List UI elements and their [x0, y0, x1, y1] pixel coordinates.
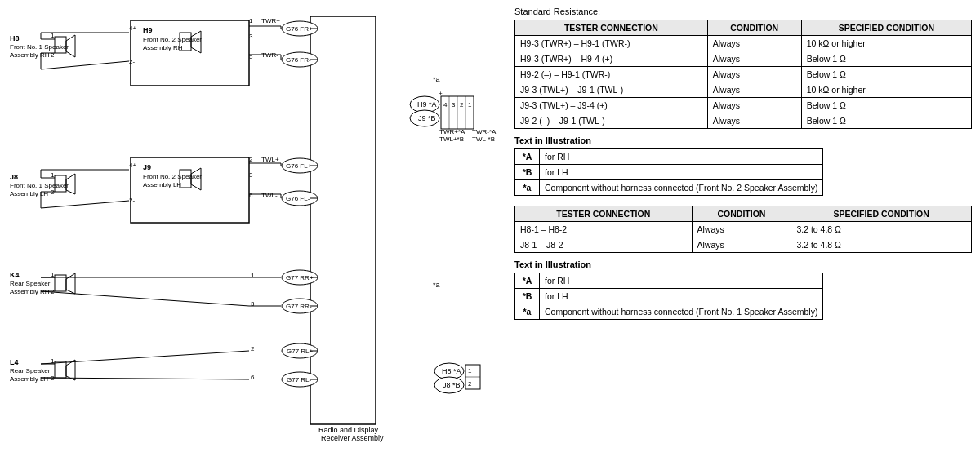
- svg-text:2: 2: [468, 380, 472, 388]
- svg-text:Front No. 1 Speaker: Front No. 1 Speaker: [10, 43, 69, 51]
- svg-text:1: 1: [249, 17, 253, 24]
- svg-text:4+: 4+: [129, 24, 136, 32]
- svg-text:H8: H8: [10, 34, 20, 42]
- svg-text:*a: *a: [433, 281, 440, 289]
- svg-text:Assembly LH: Assembly LH: [10, 375, 48, 383]
- svg-text:TWL+*B: TWL+*B: [439, 135, 464, 143]
- svg-text:1: 1: [468, 367, 472, 374]
- wiring-diagram-panel: Radio and Display Receiver Assembly H9 *…: [0, 0, 506, 452]
- svg-text:G76 FL+: G76 FL+: [286, 162, 312, 170]
- table-row: H9-2 (–) – H9-1 (TWR-)AlwaysBelow 1 Ω: [515, 67, 972, 82]
- legend-row: *Afor RH: [515, 149, 823, 165]
- diagram-area: Radio and Display Receiver Assembly H9 *…: [8, 8, 498, 444]
- svg-line-132: [41, 351, 249, 364]
- svg-text:2: 2: [249, 156, 253, 163]
- table-row: J8-1 – J8-2Always3.2 to 4.8 Ω: [515, 237, 972, 253]
- svg-text:2-: 2-: [129, 58, 135, 65]
- svg-text:6: 6: [249, 192, 253, 199]
- svg-text:TWL-*B: TWL-*B: [472, 135, 495, 143]
- table2-header-specified: SPECIFIED CONDITION: [791, 206, 972, 222]
- svg-text:Front No. 2 Speaker: Front No. 2 Speaker: [143, 36, 202, 43]
- svg-text:Assembly LH: Assembly LH: [10, 190, 48, 197]
- table2-header-condition: CONDITION: [692, 206, 791, 222]
- svg-text:Assembly RH: Assembly RH: [143, 44, 183, 51]
- svg-text:G76 FR+: G76 FR+: [286, 25, 313, 33]
- legend-row: *aComponent without harness connected (F…: [515, 180, 823, 196]
- text-in-illustration-2: Text in Illustration: [514, 259, 972, 269]
- legend-row: *Bfor LH: [515, 165, 823, 180]
- table2-header-connection: TESTER CONNECTION: [515, 206, 693, 222]
- svg-text:2: 2: [51, 51, 55, 59]
- table1-header-condition: CONDITION: [707, 20, 801, 36]
- svg-line-56: [41, 61, 129, 69]
- svg-text:Front No. 1 Speaker: Front No. 1 Speaker: [10, 182, 69, 189]
- svg-text:Receiver Assembly: Receiver Assembly: [321, 434, 384, 442]
- svg-text:J8: J8: [10, 173, 18, 181]
- table-row: J9-3 (TWL+) – J9-4 (+)AlwaysBelow 1 Ω: [515, 98, 972, 113]
- svg-text:6: 6: [251, 374, 255, 381]
- svg-text:2: 2: [460, 101, 464, 109]
- table-row: J9-2 (–) – J9-1 (TWL-)AlwaysBelow 1 Ω: [515, 113, 972, 129]
- svg-rect-0: [310, 16, 376, 424]
- svg-marker-128: [66, 360, 75, 380]
- svg-line-103: [41, 291, 249, 306]
- svg-text:G77 RR+: G77 RR+: [286, 274, 314, 281]
- table1-header-connection: TESTER CONNECTION: [515, 20, 708, 36]
- svg-text:H8 *A: H8 *A: [442, 367, 461, 375]
- svg-text:TWL+: TWL+: [261, 156, 279, 163]
- svg-text:Assembly RH: Assembly RH: [10, 51, 50, 59]
- svg-text:3: 3: [251, 300, 255, 308]
- svg-text:G76 FL-: G76 FL-: [286, 195, 310, 202]
- table-row: H9-3 (TWR+) – H9-1 (TWR-)Always10 kΩ or …: [515, 36, 972, 51]
- svg-text:*a: *a: [433, 75, 440, 83]
- standard-resistance-title: Standard Resistance:: [514, 7, 972, 16]
- svg-text:Front No. 2 Speaker: Front No. 2 Speaker: [143, 173, 202, 180]
- svg-text:G76 FR-: G76 FR-: [286, 56, 311, 64]
- svg-text:G77 RL-: G77 RL-: [287, 376, 312, 383]
- svg-text:2: 2: [251, 345, 255, 352]
- svg-text:J8 *B: J8 *B: [443, 381, 461, 389]
- svg-text:G77 RR-: G77 RR-: [286, 303, 312, 310]
- svg-text:G77 RL+: G77 RL+: [287, 348, 314, 355]
- svg-marker-97: [66, 273, 75, 294]
- svg-text:H9 *A: H9 *A: [417, 100, 437, 109]
- resistance-table-2: TESTER CONNECTION CONDITION SPECIFIED CO…: [514, 206, 972, 253]
- svg-text:4+: 4+: [129, 162, 136, 169]
- svg-text:3: 3: [452, 101, 456, 109]
- table-row: H9-3 (TWR+) – H9-4 (+)AlwaysBelow 1 Ω: [515, 51, 972, 67]
- svg-text:2-: 2-: [129, 197, 135, 204]
- svg-text:TWR+: TWR+: [261, 17, 280, 24]
- svg-text:1: 1: [251, 272, 255, 279]
- svg-text:H9: H9: [143, 26, 153, 34]
- text-in-illustration-1: Text in Illustration: [514, 135, 972, 145]
- legend-row: *aComponent without harness connected (F…: [515, 304, 823, 320]
- svg-text:J9 *B: J9 *B: [418, 114, 436, 122]
- table1-header-specified: SPECIFIED CONDITION: [801, 20, 971, 36]
- svg-text:TWR-*A: TWR-*A: [472, 128, 497, 135]
- svg-text:5: 5: [249, 53, 253, 60]
- svg-text:TWR+*A: TWR+*A: [439, 128, 466, 135]
- svg-text:1: 1: [468, 101, 472, 109]
- table-row: J9-3 (TWL+) – J9-1 (TWL-)Always10 kΩ or …: [515, 82, 972, 98]
- svg-text:J9: J9: [143, 163, 151, 171]
- right-panel: Standard Resistance: TESTER CONNECTION C…: [506, 0, 980, 452]
- svg-text:Rear Speaker: Rear Speaker: [10, 367, 51, 374]
- svg-text:TWL-: TWL-: [261, 192, 278, 199]
- svg-text:Assembly LH: Assembly LH: [143, 181, 181, 188]
- svg-rect-127: [55, 361, 66, 378]
- legend-table-1: *Afor RH*Bfor LH*aComponent without harn…: [514, 148, 823, 196]
- svg-line-92: [41, 201, 129, 208]
- svg-text:Radio and Display: Radio and Display: [318, 426, 379, 434]
- table-row: H8-1 – H8-2Always3.2 to 4.8 Ω: [515, 222, 972, 237]
- svg-text:3: 3: [249, 171, 253, 179]
- svg-text:L4: L4: [10, 358, 19, 366]
- wiring-svg: Radio and Display Receiver Assembly H9 *…: [8, 8, 506, 449]
- svg-text:4: 4: [443, 101, 448, 109]
- legend-row: *Bfor LH: [515, 289, 823, 304]
- svg-text:3: 3: [249, 33, 253, 40]
- svg-text:Rear Speaker: Rear Speaker: [10, 280, 51, 287]
- legend-table-2: *Afor RH*Bfor LH*aComponent without harn…: [514, 273, 823, 320]
- resistance-table-1: TESTER CONNECTION CONDITION SPECIFIED CO…: [514, 20, 972, 129]
- legend-row: *Afor RH: [515, 273, 823, 289]
- svg-text:+: +: [439, 90, 443, 97]
